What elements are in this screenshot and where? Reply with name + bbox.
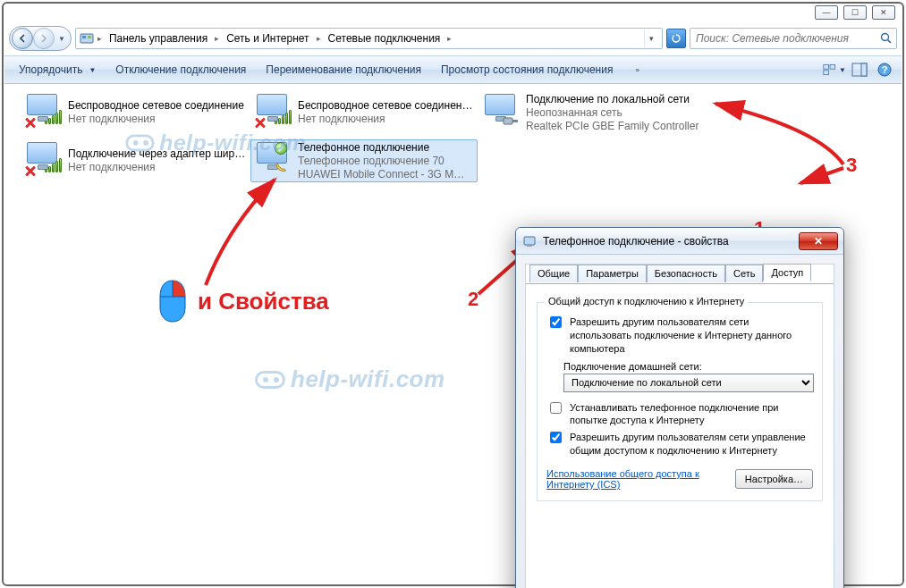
search-box[interactable]: [690, 28, 897, 49]
window-maximize-button[interactable]: ☐: [843, 5, 867, 20]
connection-status: Телефонное подключение 70: [298, 155, 464, 168]
svg-rect-9: [861, 63, 867, 76]
allow-sharing-label: Разрешить другим пользователям сети испо…: [570, 315, 813, 356]
dialog-icon: [523, 234, 538, 248]
connection-device: Realtek PCIe GBE Family Controller: [526, 120, 699, 133]
connection-item[interactable]: Беспроводное сетевое соединение 3 Нет по…: [250, 91, 478, 134]
annotation-mouse: и Свойства: [157, 279, 329, 323]
toolbar-help-button[interactable]: ?: [873, 60, 896, 80]
search-input[interactable]: [694, 29, 880, 47]
ics-link[interactable]: Использование общего доступа к Интернету…: [546, 468, 716, 490]
allow-control-label: Разрешить другим пользователям сети упра…: [570, 431, 813, 458]
annotation-number: 2: [468, 288, 478, 311]
svg-line-4: [888, 40, 891, 43]
dial-on-demand-checkbox[interactable]: [550, 402, 562, 414]
svg-rect-1: [82, 36, 86, 38]
connection-title: Телефонное подключение: [298, 141, 464, 155]
tab-sharing[interactable]: Доступ: [763, 264, 811, 281]
settings-button[interactable]: Настройка…: [735, 469, 813, 489]
svg-rect-2: [88, 36, 91, 38]
network-adapter-icon: [21, 92, 64, 133]
chevron-right-icon: ▸: [445, 34, 453, 43]
connection-device: HUAWEI Mobile Connect - 3G M…: [298, 168, 464, 181]
dialog-close-button[interactable]: ✕: [799, 232, 838, 250]
breadcrumb[interactable]: ▸ Панель управления ▸ Сеть и Интернет ▸ …: [75, 28, 663, 49]
connection-item[interactable]: Подключение через адаптер широкополосной…: [21, 139, 248, 182]
toolbar-rename-button[interactable]: Переименование подключения: [257, 60, 430, 80]
network-adapter-icon: [251, 92, 294, 133]
allow-sharing-checkbox[interactable]: [550, 316, 562, 328]
dial-on-demand-label: Устанавливать телефонное подключение при…: [570, 401, 813, 428]
breadcrumb-item[interactable]: Сетевые подключения: [325, 32, 445, 45]
tab-options[interactable]: Параметры: [578, 265, 647, 282]
connection-status: Нет подключения: [68, 113, 244, 126]
svg-rect-13: [512, 120, 518, 122]
svg-rect-7: [824, 71, 829, 75]
mouse-icon: [157, 279, 189, 323]
window-close-button[interactable]: ✕: [872, 5, 895, 20]
tab-general[interactable]: Общие: [529, 265, 578, 282]
network-adapter-icon: [479, 92, 522, 133]
window-minimize-button[interactable]: —: [815, 5, 838, 20]
control-panel-icon: [80, 31, 94, 46]
tab-network[interactable]: Сеть: [725, 265, 763, 282]
annotation-number: 3: [846, 154, 857, 177]
dialog-tabs: Общие Параметры Безопасность Сеть Доступ: [529, 263, 811, 281]
allow-control-checkbox[interactable]: [550, 432, 562, 443]
dialog-title: Телефонное подключение - свойства: [543, 235, 793, 248]
homenet-combo[interactable]: Подключение по локальной сети: [563, 374, 814, 392]
connection-status: Нет подключения: [68, 161, 247, 174]
homenet-label: Подключение домашней сети:: [563, 361, 813, 372]
properties-dialog: Телефонное подключение - свойства ✕ Общи…: [515, 227, 844, 588]
arrow-right-icon: [39, 34, 48, 43]
breadcrumb-history-dropdown[interactable]: ▾: [644, 29, 658, 47]
svg-text:?: ?: [882, 64, 888, 75]
nav-forward-button[interactable]: [33, 28, 55, 49]
toolbar-disable-button[interactable]: Отключение подключения: [106, 60, 255, 80]
connection-title: Подключение по локальной сети: [526, 93, 699, 106]
connection-item-selected[interactable]: ✓ Телефонное подключение Телефонное подк…: [250, 139, 478, 182]
connection-title: Подключение через адаптер широкополосной…: [68, 147, 247, 161]
arrow-left-icon: [18, 34, 27, 43]
toolbar-organize-button[interactable]: Упорядочить▼: [10, 60, 105, 80]
chevron-right-icon: ▸: [315, 34, 323, 43]
groupbox-legend: Общий доступ к подключению к Интернету: [545, 296, 748, 307]
refresh-button[interactable]: [666, 29, 686, 48]
svg-rect-6: [830, 64, 835, 69]
connection-title: Беспроводное сетевое соединение 3: [298, 99, 477, 113]
svg-rect-12: [504, 118, 512, 124]
connection-status: Нет подключения: [298, 113, 477, 126]
chevron-right-icon: ▸: [96, 34, 104, 43]
connection-item[interactable]: Беспроводное сетевое соединение Нет подк…: [21, 91, 248, 134]
svg-rect-5: [824, 64, 829, 69]
chevron-right-icon: ▸: [213, 34, 221, 43]
watermark: help-wifi.com: [255, 365, 445, 393]
network-adapter-icon: [21, 140, 64, 181]
toolbar-status-button[interactable]: Просмотр состояния подключения: [432, 60, 622, 80]
refresh-icon: [671, 33, 682, 44]
breadcrumb-item[interactable]: Сеть и Интернет: [223, 32, 312, 45]
search-icon: [880, 32, 893, 45]
annotation-text: и Свойства: [198, 288, 329, 315]
svg-rect-17: [527, 245, 532, 247]
nav-back-button[interactable]: [12, 28, 33, 49]
connection-status: Неопознанная сеть: [526, 106, 699, 120]
svg-rect-16: [524, 237, 535, 245]
breadcrumb-item[interactable]: Панель управления: [106, 32, 211, 45]
network-adapter-icon: ✓: [251, 140, 294, 181]
nav-recent-dropdown[interactable]: ▼: [55, 35, 69, 43]
toolbar-preview-pane-button[interactable]: [848, 60, 871, 80]
toolbar-view-button[interactable]: ▼: [823, 60, 846, 80]
connection-title: Беспроводное сетевое соединение: [68, 99, 244, 113]
tab-security[interactable]: Безопасность: [647, 265, 725, 282]
toolbar-overflow-button[interactable]: »: [623, 63, 648, 78]
connection-item[interactable]: Подключение по локальной сети Неопознанн…: [478, 91, 706, 134]
svg-point-3: [882, 34, 889, 41]
